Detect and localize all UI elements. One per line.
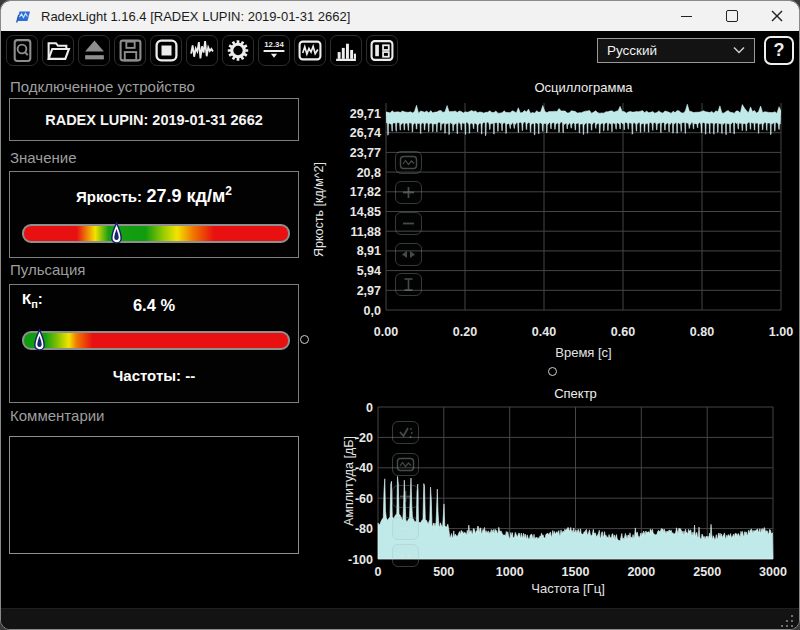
chevron-down-icon — [733, 46, 745, 54]
zoom-out-button[interactable] — [395, 212, 422, 235]
svg-text:14,85: 14,85 — [350, 205, 381, 219]
svg-text:2000: 2000 — [627, 565, 655, 579]
value-section-header: Значение — [10, 149, 77, 166]
svg-text:1500: 1500 — [562, 565, 590, 579]
save-icon — [118, 38, 143, 63]
svg-text:-60: -60 — [355, 492, 373, 506]
svg-text:29,71: 29,71 — [350, 107, 381, 121]
autoscale-toggle-button[interactable] — [392, 421, 419, 444]
kp-value: 6.4 % — [10, 296, 298, 315]
fit-horizontal-icon — [396, 547, 415, 564]
zoom-out-icon — [396, 520, 415, 537]
eject-icon — [82, 38, 107, 63]
wave-icon — [189, 38, 215, 63]
frequencies-value: -- — [185, 367, 195, 384]
svg-text:0.20: 0.20 — [453, 325, 477, 339]
svg-text:2500: 2500 — [693, 565, 721, 579]
radexlight-window: RadexLight 1.16.4 [RADEX LUPIN: 2019-01-… — [0, 0, 800, 630]
maximize-button[interactable] — [709, 1, 754, 31]
comments-input[interactable] — [9, 436, 299, 554]
fit-view-icon — [399, 154, 418, 171]
pulsation-marker-icon — [33, 329, 46, 353]
svg-text:26,74: 26,74 — [350, 126, 381, 140]
fit-view-icon — [396, 456, 415, 473]
spectrum-y-axis-label: Амплитуда [дБ] — [342, 401, 356, 561]
resize-grip[interactable] — [780, 614, 794, 628]
svg-text:1000: 1000 — [496, 565, 524, 579]
svg-text:-20: -20 — [355, 431, 373, 445]
fit-view-button[interactable] — [392, 453, 419, 476]
settings-button[interactable] — [222, 35, 254, 66]
layout-view-button[interactable] — [366, 35, 398, 66]
save-button[interactable] — [114, 35, 146, 66]
toolbar: 12.34 Русский ? — [1, 31, 799, 69]
svg-text:0: 0 — [366, 401, 373, 415]
fit-view-button[interactable] — [395, 151, 422, 174]
svg-text:0.40: 0.40 — [532, 325, 556, 339]
open-button[interactable] — [42, 35, 74, 66]
oscillogram-y-axis-label: Яркость [кд/м^2] — [312, 102, 326, 317]
oscillogram-chart: Осциллограмма 29,7126,7423,7720,817,8214… — [304, 77, 798, 377]
device-box: RADEX LUPIN: 2019-01-31 2662 — [9, 98, 299, 141]
svg-text:1.00: 1.00 — [769, 325, 793, 339]
frequencies-line: Частоты: -- — [10, 367, 298, 384]
title-bar: RadexLight 1.16.4 [RADEX LUPIN: 2019-01-… — [1, 1, 799, 31]
minimize-icon — [681, 16, 692, 17]
fit-vertical-button[interactable] — [395, 273, 422, 296]
zoom-out-button[interactable] — [392, 517, 419, 540]
svg-text:-80: -80 — [355, 522, 373, 536]
brightness-marker-icon — [110, 222, 123, 246]
brightness-value: 27.9 кд/м2 — [147, 186, 233, 206]
folder-icon — [45, 38, 71, 63]
value-box: Яркость: 27.9 кд/м2 — [9, 171, 299, 258]
preview-icon — [10, 38, 35, 63]
help-button[interactable]: ? — [764, 36, 794, 65]
spectrum-view-button[interactable] — [330, 35, 362, 66]
close-button[interactable] — [754, 1, 799, 31]
close-icon — [771, 10, 783, 22]
fit-horizontal-button[interactable] — [392, 544, 419, 567]
window-title: RadexLight 1.16.4 [RADEX LUPIN: 2019-01-… — [41, 9, 664, 24]
fit-vertical-icon — [399, 276, 418, 293]
svg-text:0.60: 0.60 — [611, 325, 635, 339]
toolbar-right: Русский ? — [597, 36, 794, 65]
status-bar — [1, 608, 799, 630]
oscillogram-x-axis-label: Время [с] — [386, 345, 781, 360]
maximize-icon — [726, 10, 738, 22]
fit-horizontal-icon — [399, 246, 418, 263]
gear-icon — [225, 38, 251, 63]
spectrum-x-axis-label: Частота [Гц] — [378, 581, 758, 596]
oscillogram-plot[interactable]: 29,7126,7423,7720,817,8214,8511,888,915,… — [304, 77, 798, 349]
zoom-in-button[interactable] — [395, 181, 422, 204]
svg-text:0.80: 0.80 — [690, 325, 714, 339]
language-select[interactable]: Русский — [597, 38, 755, 63]
svg-text:2,97: 2,97 — [357, 284, 381, 298]
osc-window-icon — [297, 38, 323, 63]
device-section-header: Подключенное устройство — [10, 78, 195, 95]
svg-text:12.34: 12.34 — [264, 39, 284, 48]
stop-button[interactable] — [150, 35, 182, 66]
zoom-in-icon — [396, 488, 415, 505]
oscillogram-mode-button[interactable] — [186, 35, 218, 66]
language-select-value: Русский — [607, 43, 657, 58]
measure-icon: 12.34 — [261, 38, 287, 63]
fit-horizontal-button[interactable] — [395, 243, 422, 266]
device-name: RADEX LUPIN: 2019-01-31 2662 — [45, 112, 263, 128]
oscillogram-title: Осциллограмма — [386, 80, 781, 95]
svg-text:23,77: 23,77 — [350, 146, 381, 160]
frequencies-label: Частоты: — [113, 367, 181, 384]
autoscale-toggle-icon — [396, 424, 415, 441]
pulsation-box: Кп: 6.4 % Частоты: -- — [9, 284, 299, 403]
oscillogram-view-button[interactable] — [294, 35, 326, 66]
eject-button[interactable] — [78, 35, 110, 66]
preview-button[interactable] — [6, 35, 38, 66]
zoom-in-button[interactable] — [392, 485, 419, 508]
zoom-in-icon — [399, 184, 418, 201]
minimize-button[interactable] — [664, 1, 709, 31]
svg-text:0: 0 — [375, 565, 382, 579]
svg-text:500: 500 — [433, 565, 454, 579]
svg-text:20,8: 20,8 — [357, 166, 381, 180]
app-icon — [14, 8, 32, 24]
svg-text:-40: -40 — [355, 461, 373, 475]
measurement-view-button[interactable]: 12.34 — [258, 35, 290, 66]
